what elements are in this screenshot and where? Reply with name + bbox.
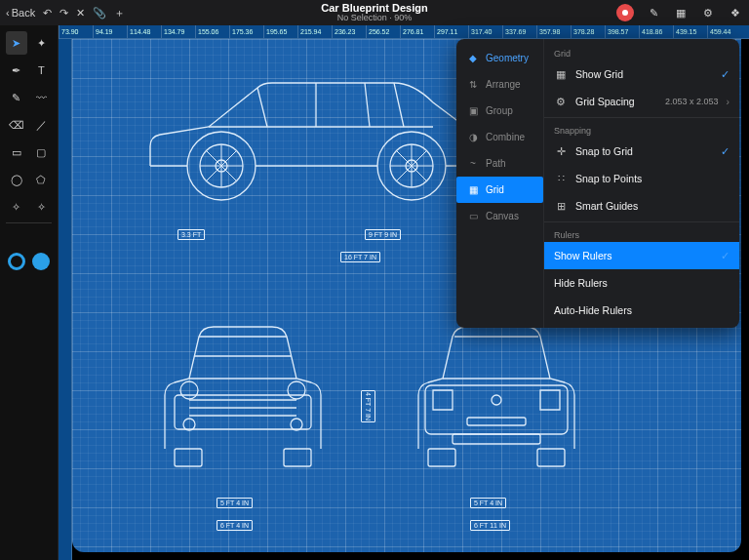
node-tool[interactable]: ✦ bbox=[31, 31, 53, 55]
ruler-tick: 134.79 bbox=[161, 25, 195, 38]
pencil-tool[interactable]: ✎ bbox=[6, 86, 27, 109]
brush-tool[interactable]: 〰 bbox=[31, 86, 53, 109]
ruler-horizontal: 73.9094.19114.48134.79155.06175.36195.65… bbox=[59, 25, 749, 39]
dim-side-length: 16 FT 7 IN bbox=[340, 252, 380, 262]
car-side-view bbox=[140, 49, 492, 215]
arrange-icon: ⇅ bbox=[466, 79, 480, 90]
svg-rect-30 bbox=[428, 449, 455, 466]
gear-icon: ⚙ bbox=[554, 96, 568, 107]
back-button[interactable]: ‹ Back bbox=[6, 7, 35, 19]
row-label: Grid Spacing bbox=[575, 96, 657, 107]
chevron-right-icon: › bbox=[727, 96, 730, 107]
attach-button[interactable]: 📎 bbox=[93, 7, 106, 20]
tab-arrange[interactable]: ⇅Arrange bbox=[456, 71, 543, 98]
ruler-tick: 418.86 bbox=[639, 25, 673, 38]
doc-subtitle: No Selection · 90% bbox=[321, 14, 427, 23]
eraser-tool[interactable]: ⌫ bbox=[6, 113, 27, 137]
svg-point-26 bbox=[291, 419, 302, 430]
polygon-tool[interactable]: ⬠ bbox=[31, 168, 53, 191]
ruler-tick: 73.90 bbox=[59, 25, 93, 38]
combine-icon: ◑ bbox=[466, 132, 480, 142]
row-hide-rulers[interactable]: Hide Rulers bbox=[544, 269, 739, 297]
ruler-tick: 114.48 bbox=[127, 25, 161, 38]
back-label: Back bbox=[12, 7, 35, 19]
geometry-icon: ◆ bbox=[466, 53, 480, 63]
ellipse-tool[interactable]: ◯ bbox=[6, 168, 27, 191]
tab-canvas[interactable]: ▭Canvas bbox=[456, 203, 543, 229]
stroke-swatch[interactable] bbox=[6, 250, 27, 273]
tab-grid[interactable]: ▦Grid bbox=[456, 177, 543, 203]
svg-point-21 bbox=[180, 381, 198, 399]
points-icon: ∷ bbox=[554, 173, 568, 184]
row-auto-hide-rulers[interactable]: Auto-Hide Rulers bbox=[544, 297, 739, 324]
dim-height: 4 FT 7 IN bbox=[361, 390, 375, 422]
ruler-tick: 236.23 bbox=[332, 25, 366, 38]
select-tool[interactable]: ➤ bbox=[6, 31, 27, 55]
tab-label: Combine bbox=[486, 132, 525, 142]
tab-group[interactable]: ▣Group bbox=[456, 98, 543, 124]
chevron-left-icon: ‹ bbox=[6, 7, 10, 19]
roundrect-tool[interactable]: ▢ bbox=[31, 140, 53, 164]
row-snap-to-points[interactable]: ∷Snap to Points bbox=[544, 165, 739, 192]
svg-point-22 bbox=[288, 381, 305, 399]
layers-icon[interactable]: ❖ bbox=[728, 5, 743, 20]
dim-rear-width: 6 FT 11 IN bbox=[470, 520, 510, 531]
gear-icon[interactable]: ⚙ bbox=[700, 5, 716, 20]
car-rear-view bbox=[394, 302, 599, 507]
inspector-panel: ◆Geometry⇅Arrange▣Group◑Combine~Path▦Gri… bbox=[456, 39, 739, 328]
titlebar: ‹ Back ↶ ↷ ✕ 📎 ＋ Car Blueprint Design No… bbox=[0, 0, 749, 25]
row-snap-to-grid[interactable]: ✛Snap to Grid✓ bbox=[544, 138, 739, 165]
row-grid-spacing[interactable]: ⚙Grid Spacing2.053 x 2.053› bbox=[544, 88, 739, 115]
dim-rear-track: 5 FT 4 IN bbox=[470, 498, 506, 508]
tab-label: Path bbox=[486, 158, 506, 169]
row-show-grid[interactable]: ▦Show Grid✓ bbox=[544, 60, 739, 88]
row-show-rulers[interactable]: Show Rulers✓ bbox=[544, 242, 739, 269]
tab-path[interactable]: ~Path bbox=[456, 150, 543, 177]
row-label: Snap to Points bbox=[575, 173, 729, 184]
ruler-tick: 317.40 bbox=[468, 25, 502, 38]
close-button[interactable]: ✕ bbox=[76, 7, 85, 20]
dim-front-track: 5 FT 4 IN bbox=[217, 498, 253, 508]
dim-front-width: 6 FT 4 IN bbox=[217, 520, 253, 531]
fill-swatch[interactable] bbox=[31, 250, 53, 273]
ruler-tick: 195.65 bbox=[263, 25, 297, 38]
row-smart-guides[interactable]: ⊞Smart Guides bbox=[544, 192, 739, 220]
redo-button[interactable]: ↷ bbox=[59, 7, 68, 20]
ruler-tick: 155.06 bbox=[195, 25, 229, 38]
check-icon: ✓ bbox=[721, 145, 729, 157]
svg-rect-29 bbox=[453, 434, 540, 444]
rect-tool[interactable]: ▭ bbox=[6, 140, 27, 164]
divider bbox=[544, 117, 739, 118]
tab-label: Canvas bbox=[486, 211, 519, 221]
ruler-tick: 256.52 bbox=[366, 25, 400, 38]
tab-label: Group bbox=[486, 105, 513, 116]
ruler-tick: 459.44 bbox=[707, 25, 741, 38]
section-grid: Grid bbox=[544, 43, 739, 60]
line-tool[interactable]: ／ bbox=[31, 113, 53, 137]
add-button[interactable]: ＋ bbox=[114, 6, 125, 20]
ruler-tick: 439.15 bbox=[673, 25, 707, 38]
check-icon: ✓ bbox=[721, 68, 729, 80]
undo-button[interactable]: ↶ bbox=[43, 7, 52, 20]
star-tool[interactable]: ✧ bbox=[6, 195, 27, 219]
dim-side-wheel: 3.3 FT bbox=[177, 229, 205, 240]
tab-geometry[interactable]: ◆Geometry bbox=[456, 45, 543, 71]
grid-icon[interactable]: ▦ bbox=[673, 5, 689, 20]
svg-rect-31 bbox=[537, 449, 565, 466]
record-indicator[interactable] bbox=[616, 4, 634, 21]
divider bbox=[544, 221, 739, 222]
guides-icon: ⊞ bbox=[554, 200, 568, 212]
pencil-icon[interactable]: ✎ bbox=[646, 5, 661, 20]
ruler-tick: 297.11 bbox=[434, 25, 468, 38]
pen-tool[interactable]: ✒ bbox=[6, 59, 27, 82]
tab-label: Grid bbox=[486, 184, 504, 195]
freeform-tool[interactable]: ✧ bbox=[31, 195, 53, 219]
tool-divider bbox=[6, 222, 52, 223]
svg-point-25 bbox=[183, 419, 195, 430]
grid-icon: ▦ bbox=[466, 184, 480, 195]
row-label: Show Rulers bbox=[554, 250, 713, 261]
dim-side-wheelbase: 9 FT 9 IN bbox=[365, 229, 401, 240]
text-tool[interactable]: T bbox=[31, 59, 53, 82]
ruler-vertical bbox=[59, 39, 72, 560]
tab-combine[interactable]: ◑Combine bbox=[456, 124, 543, 150]
